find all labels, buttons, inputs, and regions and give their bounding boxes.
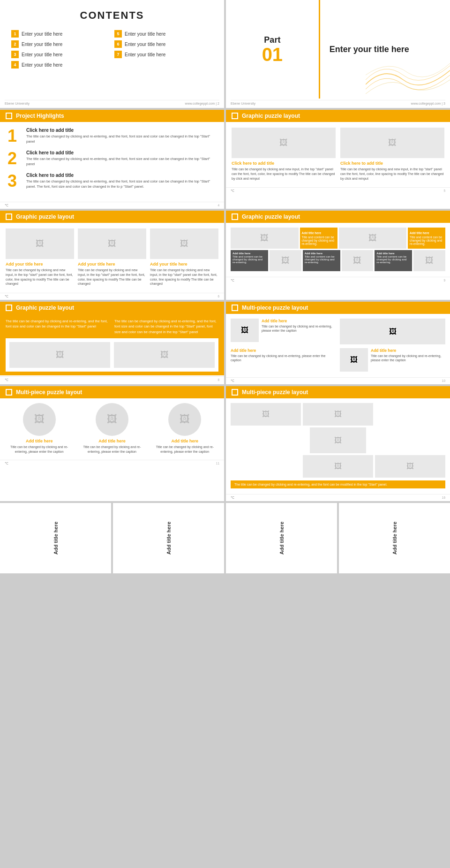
slide-part: Part 01 Enter your title here Ebene Univ… — [226, 0, 450, 108]
section-header: Graphic puzzle layout — [0, 211, 224, 223]
image-placeholder: 🖼 — [375, 455, 445, 478]
yellow-text-right: The title can be changed by clicking and… — [114, 319, 218, 335]
image-icon: 🖼 — [353, 256, 361, 266]
yellow-text-left: The title can be changed by clicking and… — [6, 319, 110, 335]
section-header: Multi-piece puzzle layout — [0, 386, 224, 398]
circle-item: 🖼 Add title here Title can be changed by… — [150, 403, 219, 454]
section-title: Graphic puzzle layout — [242, 113, 300, 119]
yellow-bottom-bar: The title can be changed by clicking and… — [231, 480, 445, 488]
image-icon: 🖼 — [334, 462, 342, 471]
section-header: Graphic puzzle layout — [226, 211, 450, 223]
slide-footer: ℃ 8 — [0, 376, 224, 383]
slide-highlights: Project Highlights 1 Click here to add t… — [0, 110, 224, 209]
slide-contents: CONTENTS 1 Enter your title here 2 Enter… — [0, 0, 224, 108]
dark-label: Add title here Title and content can be … — [375, 250, 412, 271]
image-icon: 🖼 — [34, 413, 45, 426]
contents-grid: 1 Enter your title here 2 Enter your tit… — [11, 30, 213, 71]
checkbox-icon — [6, 389, 12, 396]
section-title: Project Highlights — [16, 113, 64, 119]
section-header: Graphic puzzle layout — [0, 302, 224, 314]
image-icon: 🖼 — [334, 410, 342, 419]
image-placeholder: 🖼 — [23, 403, 56, 436]
image-placeholder: 🖼 — [231, 228, 299, 249]
image-placeholder: 🖼 — [6, 228, 74, 259]
section-header: Project Highlights — [0, 110, 224, 122]
section-header: Graphic puzzle layout — [226, 110, 450, 122]
section-header: Multi-piece puzzle layout — [226, 302, 450, 314]
checkbox-icon — [6, 305, 12, 311]
multipiece-item: 🖼 — [340, 319, 445, 344]
list-item: 4 Enter your title here — [11, 61, 110, 69]
section-title: Graphic puzzle layout — [16, 213, 74, 220]
slide-footer: ℃ 10 — [226, 377, 450, 384]
card-title: Add title here — [279, 510, 285, 566]
image-placeholder: 🖼 — [232, 128, 336, 158]
slide-multipiece-2col: Multi-piece puzzle layout 🖼 Add title he… — [226, 302, 450, 384]
image-placeholder: 🖼 — [339, 228, 407, 249]
image-icon: 🖼 — [406, 462, 414, 471]
card-title: Add title here — [392, 510, 398, 566]
slide-circles: Multi-piece puzzle layout 🖼 Add title he… — [0, 386, 224, 501]
slide-footer: ℃ 16 — [226, 494, 450, 501]
slide-graphic-grid: Graphic puzzle layout 🖼 Add title here T… — [226, 211, 450, 300]
slide-footer: ℃ 9 — [226, 277, 450, 284]
image-placeholder: 🖼 — [303, 455, 373, 478]
title-cards-row: Add title here Add title here Add title … — [0, 503, 450, 573]
image-placeholder: 🖼 — [340, 128, 444, 158]
image-icon: 🖼 — [389, 327, 397, 336]
yellow-label: Add title here Title and content can be … — [408, 228, 445, 249]
card-title: Add title here — [53, 510, 59, 566]
slide-footer: ℃ 11 — [0, 460, 224, 467]
image-icon: 🖼 — [279, 138, 288, 148]
image-icon: 🖼 — [334, 436, 342, 445]
image-placeholder: 🖼 — [78, 228, 146, 259]
dark-label: Add title here Title and content can be … — [303, 250, 340, 271]
checkbox-icon — [232, 113, 238, 119]
image-placeholder: 🖼 — [270, 250, 301, 271]
title-card: Add title here — [339, 503, 450, 573]
yellow-label: Add title here Title and content can be … — [300, 228, 338, 249]
image-placeholder: 🖼 — [303, 403, 373, 426]
section-title: Multi-piece puzzle layout — [242, 389, 308, 396]
image-placeholder: 🖼 — [340, 319, 445, 344]
multipiece-item: 🖼 Add title here Title can be changed by… — [340, 348, 445, 372]
slide-footer: Ebene University www.collegeppt.com | 2 — [5, 100, 219, 105]
card-title: Add title here — [166, 510, 172, 566]
multipiece-item: 🖼 Add title here Title can be changed by… — [231, 319, 336, 344]
image-icon: 🖼 — [180, 413, 190, 426]
image-icon: 🖼 — [260, 233, 269, 243]
puzzle-item: 🖼 Click here to add title Title can be c… — [340, 128, 444, 181]
slide-footer: ℃ 6 — [0, 293, 224, 300]
image-icon: 🖼 — [281, 256, 290, 266]
image-placeholder: 🖼 — [310, 427, 366, 453]
image-icon: 🖼 — [180, 239, 188, 249]
slide-footer: ℃ 4 — [0, 202, 224, 209]
image-icon: 🖼 — [160, 350, 169, 360]
checkbox-icon — [6, 213, 12, 220]
slide-footer: Ebene University www.collegeppt.com | 3 — [231, 100, 445, 105]
contents-title: CONTENTS — [11, 9, 213, 22]
part-title: Enter your title here — [330, 45, 409, 54]
checkbox-icon — [6, 113, 12, 119]
image-icon: 🖼 — [107, 413, 117, 426]
slide-graphic-3col: Graphic puzzle layout 🖼 Add your title h… — [0, 211, 224, 300]
image-icon: 🖼 — [350, 356, 358, 364]
slide-yellow-puzzle: Graphic puzzle layout The title can be c… — [0, 302, 224, 384]
section-title: Multi-piece puzzle layout — [242, 305, 308, 311]
puzzle-item: 🖼 Add your title here Title can be chang… — [150, 228, 218, 286]
list-item: 7 Enter your title here — [114, 51, 213, 58]
highlight-item: 3 Click here to add title The title can … — [8, 173, 217, 190]
puzzle-item: 🖼 Add your title here Title can be chang… — [78, 228, 146, 286]
image-placeholder: 🖼 — [231, 319, 259, 342]
wave-decoration — [366, 56, 450, 99]
part-left: Part 01 — [226, 0, 320, 99]
section-title: Multi-piece puzzle layout — [16, 389, 82, 396]
slide-graphic-2col: Graphic puzzle layout 🖼 Click here to ad… — [226, 110, 450, 209]
highlight-item: 1 Click here to add title The title can … — [8, 128, 217, 145]
image-placeholder: 🖼 — [168, 403, 201, 436]
multipiece-item: Add title here Title can be changed by c… — [231, 348, 336, 372]
checkbox-icon — [232, 389, 238, 396]
image-icon: 🖼 — [388, 138, 397, 148]
image-icon: 🖼 — [56, 350, 64, 360]
image-placeholder: 🖼 — [231, 403, 301, 426]
